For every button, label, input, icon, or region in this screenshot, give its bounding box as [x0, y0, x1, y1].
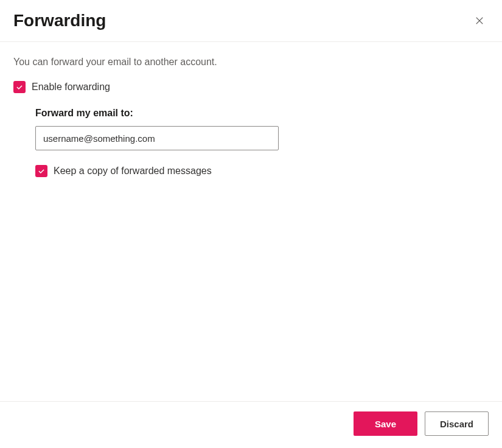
- check-icon: [15, 83, 24, 91]
- close-icon: [474, 15, 485, 26]
- dialog-content: You can forward your email to another ac…: [0, 42, 502, 401]
- keep-copy-label: Keep a copy of forwarded messages: [54, 166, 212, 177]
- check-icon: [37, 167, 46, 175]
- dialog-footer: Save Discard: [0, 401, 502, 448]
- forward-to-label: Forward my email to:: [35, 108, 489, 119]
- enable-forwarding-checkbox[interactable]: [13, 81, 26, 93]
- enable-forwarding-row: Enable forwarding: [13, 81, 489, 93]
- discard-button[interactable]: Discard: [425, 411, 489, 436]
- keep-copy-row: Keep a copy of forwarded messages: [35, 165, 489, 177]
- save-button[interactable]: Save: [354, 411, 417, 436]
- forwarding-description: You can forward your email to another ac…: [13, 57, 489, 68]
- close-button[interactable]: [470, 12, 489, 30]
- enable-forwarding-label: Enable forwarding: [32, 82, 110, 93]
- keep-copy-checkbox[interactable]: [35, 165, 47, 177]
- page-title: Forwarding: [13, 11, 106, 30]
- dialog-header: Forwarding: [0, 0, 502, 42]
- forward-to-input[interactable]: [35, 126, 279, 150]
- forwarding-sub-section: Forward my email to: Keep a copy of forw…: [35, 108, 489, 177]
